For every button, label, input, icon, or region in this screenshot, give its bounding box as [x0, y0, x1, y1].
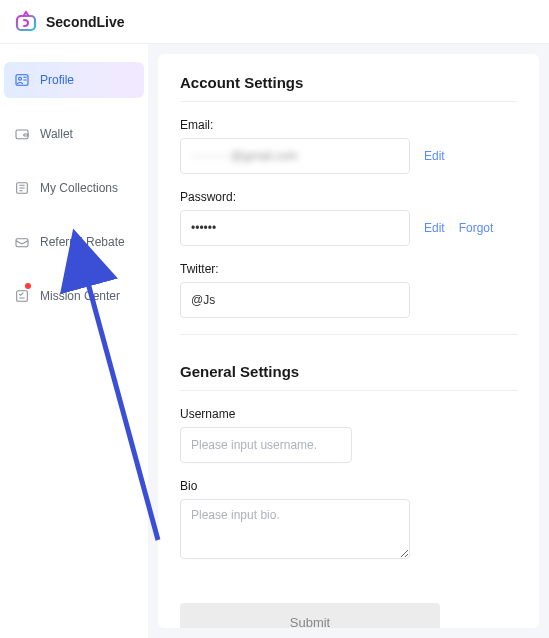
- password-edit-button[interactable]: Edit: [424, 221, 445, 235]
- wallet-icon: [14, 126, 30, 142]
- twitter-label: Twitter:: [180, 262, 517, 276]
- profile-icon: [14, 72, 30, 88]
- svg-point-2: [19, 77, 22, 80]
- username-input[interactable]: [180, 427, 352, 463]
- general-settings-title: General Settings: [180, 363, 517, 391]
- section-divider: [180, 334, 517, 335]
- twitter-value: @Js: [191, 293, 215, 307]
- sidebar: Profile Wallet My Collections Referral R…: [0, 44, 148, 638]
- username-label: Username: [180, 407, 517, 421]
- sidebar-item-label: Wallet: [40, 127, 73, 141]
- submit-button[interactable]: Submit: [180, 603, 440, 628]
- main-layout: Profile Wallet My Collections Referral R…: [0, 44, 549, 638]
- mission-icon: [14, 288, 30, 304]
- bio-label: Bio: [180, 479, 517, 493]
- sidebar-item-label: My Collections: [40, 181, 118, 195]
- email-field-row: Email: ············@gmail.com Edit: [180, 118, 517, 174]
- sidebar-item-label: Mission Center: [40, 289, 120, 303]
- sidebar-item-mission[interactable]: Mission Center: [0, 278, 148, 314]
- sidebar-item-referral[interactable]: Referral Rebate: [0, 224, 148, 260]
- password-forgot-button[interactable]: Forgot: [459, 221, 494, 235]
- sidebar-item-label: Profile: [40, 73, 74, 87]
- svg-rect-5: [16, 239, 28, 247]
- settings-panel: Account Settings Email: ············@gma…: [158, 54, 539, 628]
- sidebar-item-wallet[interactable]: Wallet: [0, 116, 148, 152]
- content-area: Account Settings Email: ············@gma…: [148, 44, 549, 638]
- email-label: Email:: [180, 118, 517, 132]
- password-value: ••••••: [191, 221, 216, 235]
- collections-icon: [14, 180, 30, 196]
- sidebar-item-label: Referral Rebate: [40, 235, 125, 249]
- brand-logo[interactable]: SecondLive: [14, 10, 125, 34]
- bio-input[interactable]: [180, 499, 410, 559]
- username-field-row: Username: [180, 407, 517, 463]
- email-value: ············@gmail.com: [191, 149, 298, 163]
- twitter-display: @Js: [180, 282, 410, 318]
- svg-rect-0: [17, 16, 35, 30]
- email-display: ············@gmail.com: [180, 138, 410, 174]
- referral-icon: [14, 234, 30, 250]
- sidebar-item-profile[interactable]: Profile: [4, 62, 144, 98]
- email-edit-button[interactable]: Edit: [424, 149, 445, 163]
- brand-name: SecondLive: [46, 14, 125, 30]
- twitter-field-row: Twitter: @Js: [180, 262, 517, 318]
- password-label: Password:: [180, 190, 517, 204]
- bio-field-row: Bio: [180, 479, 517, 563]
- app-header: SecondLive: [0, 0, 549, 44]
- account-settings-title: Account Settings: [180, 74, 517, 102]
- notification-dot: [25, 283, 31, 289]
- svg-rect-6: [17, 291, 28, 302]
- secondlive-logo-icon: [14, 10, 38, 34]
- password-display: ••••••: [180, 210, 410, 246]
- sidebar-item-collections[interactable]: My Collections: [0, 170, 148, 206]
- password-field-row: Password: •••••• Edit Forgot: [180, 190, 517, 246]
